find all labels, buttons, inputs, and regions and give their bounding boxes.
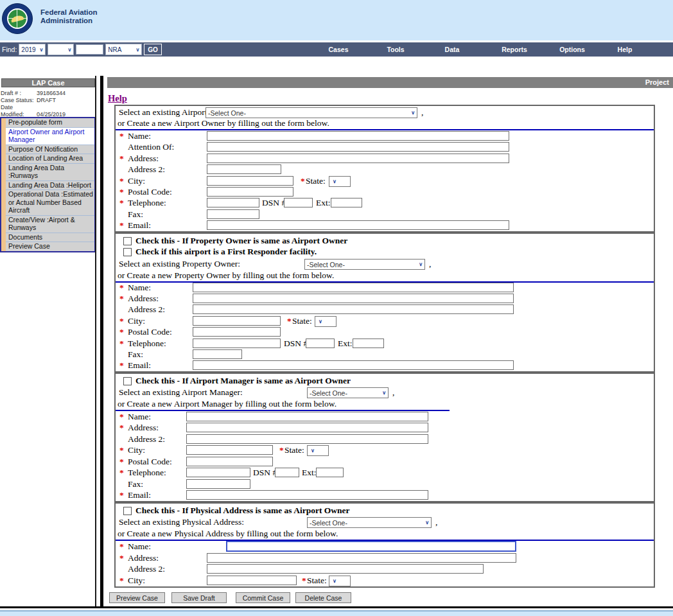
- property-fax-input[interactable]: [193, 349, 242, 359]
- physical-address-select[interactable]: -Select One-∨: [307, 517, 432, 528]
- manager-same-label: Check this - If Airport Manager is same …: [135, 376, 351, 386]
- owner-postal-input[interactable]: [207, 187, 293, 197]
- chevron-down-icon: ∨: [381, 390, 387, 396]
- manager-fax-input[interactable]: [186, 479, 250, 489]
- manager-name-input[interactable]: [186, 412, 428, 421]
- required-marker: *: [119, 131, 124, 141]
- owner-dsn-input[interactable]: [284, 198, 313, 207]
- property-address-input[interactable]: [193, 294, 514, 303]
- owner-state-select[interactable]: ∨: [329, 176, 351, 187]
- sidebar-item-documents[interactable]: Documents: [1, 233, 94, 243]
- required-marker: *: [119, 154, 124, 164]
- property-same-checkbox[interactable]: [123, 237, 132, 245]
- draft-number-value: 391866344: [37, 90, 66, 96]
- menu-data[interactable]: Data: [445, 46, 460, 53]
- sidebar-item-operational-data[interactable]: Operational Data :Estimated or Actual Nu…: [1, 190, 94, 216]
- go-button[interactable]: GO: [144, 44, 162, 55]
- help-link[interactable]: Help: [108, 93, 127, 104]
- save-draft-button[interactable]: Save Draft: [171, 592, 227, 603]
- property-postal-input[interactable]: [193, 327, 281, 337]
- name-label: Name:: [128, 412, 151, 422]
- property-telephone-input[interactable]: [193, 339, 281, 348]
- find-bar: Find: 2019∨ ∨ NRA∨ GO: [2, 44, 162, 55]
- sidebar-item-preview-case[interactable]: Preview Case: [1, 242, 94, 251]
- draft-number-label: Draft # :: [1, 90, 37, 97]
- physical-same-checkbox[interactable]: [123, 507, 132, 515]
- property-city-input[interactable]: [193, 316, 281, 326]
- comma-text: ,: [435, 517, 437, 527]
- manager-address2-input[interactable]: [186, 434, 428, 444]
- owner-attention-input[interactable]: [207, 142, 509, 152]
- airport-owner-select[interactable]: -Select One-∨: [205, 107, 417, 118]
- required-marker: *: [119, 176, 124, 186]
- top-navbar: Find: 2019∨ ∨ NRA∨ GO Cases Tools Data R…: [0, 42, 673, 57]
- owner-address2-input[interactable]: [207, 164, 281, 174]
- sidebar-item-landing-area-heliport[interactable]: Landing Area Data :Heliport: [1, 181, 94, 191]
- sidebar-item-landing-area-runways[interactable]: Landing Area Data :Runways: [1, 164, 94, 181]
- select-property-owner-label: Select an existing Property Owner:: [119, 259, 240, 269]
- find-type-select[interactable]: NRA∨: [105, 44, 142, 55]
- property-name-input[interactable]: [193, 283, 514, 292]
- find-search-input[interactable]: [76, 44, 103, 55]
- menu-cases[interactable]: Cases: [329, 46, 349, 53]
- item-strip: [1, 190, 6, 216]
- airport-manager-select[interactable]: -Select One-∨: [307, 387, 389, 398]
- email-label: Email:: [128, 490, 151, 500]
- menu-reports[interactable]: Reports: [502, 46, 527, 53]
- physical-same-checkbox-row: Check this - If Physical Address is same…: [123, 506, 350, 516]
- owner-ext-input[interactable]: [331, 198, 362, 207]
- menu-options[interactable]: Options: [559, 46, 585, 53]
- first-responder-checkbox[interactable]: [123, 248, 132, 256]
- project-header: Project: [107, 77, 673, 88]
- property-address2-input[interactable]: [193, 304, 514, 314]
- owner-fax-input[interactable]: [207, 209, 259, 219]
- physical-state-select[interactable]: ∨: [329, 576, 351, 586]
- physical-address2-input[interactable]: [207, 564, 484, 574]
- create-manager-text: or Create a new Airport Manager by filli…: [118, 399, 336, 409]
- owner-name-input[interactable]: [207, 131, 509, 141]
- property-owner-select[interactable]: -Select One-∨: [304, 259, 425, 270]
- sidebar-item-create-view-airport-runways[interactable]: Create/View :Airport & Runways: [1, 216, 94, 233]
- find-region-select[interactable]: ∨: [48, 44, 74, 55]
- find-year-select[interactable]: 2019∨: [19, 44, 46, 55]
- sidebar-item-airport-owner-manager[interactable]: Airport Owner and Airport Manager: [1, 128, 94, 145]
- physical-address-input[interactable]: [207, 553, 516, 563]
- header-banner: Federal Aviation Administration: [0, 0, 673, 40]
- manager-state-select[interactable]: ∨: [307, 445, 329, 456]
- menu-tools[interactable]: Tools: [387, 46, 404, 53]
- owner-telephone-input[interactable]: [207, 198, 259, 207]
- airport-owner-section: Select an existing Airport Owner: -Selec…: [114, 105, 655, 233]
- required-marker: *: [119, 327, 124, 337]
- physical-city-input[interactable]: [207, 576, 297, 585]
- owner-email-input[interactable]: [207, 220, 509, 230]
- manager-telephone-input[interactable]: [186, 468, 250, 477]
- owner-city-input[interactable]: [207, 176, 293, 186]
- city-label: City:: [128, 445, 145, 455]
- sidebar-item-purpose-of-notification[interactable]: Purpose Of Notification: [1, 145, 94, 155]
- name-label: Name:: [128, 541, 151, 552]
- manager-dsn-input[interactable]: [275, 468, 299, 477]
- sidebar-item-prepopulate-form[interactable]: Pre-populate form: [1, 118, 94, 128]
- required-marker: *: [302, 576, 306, 586]
- manager-city-input[interactable]: [186, 445, 273, 455]
- property-email-input[interactable]: [193, 360, 514, 370]
- physical-address-section: Check this - If Physical Address is same…: [114, 502, 655, 588]
- property-ext-input[interactable]: [353, 339, 384, 348]
- property-dsn-input[interactable]: [306, 339, 335, 348]
- owner-address-input[interactable]: [207, 154, 509, 163]
- manager-ext-input[interactable]: [316, 468, 344, 477]
- city-label: City:: [128, 316, 145, 326]
- manager-email-input[interactable]: [186, 490, 428, 500]
- manager-same-checkbox[interactable]: [123, 377, 132, 385]
- physical-name-input[interactable]: [226, 541, 516, 552]
- preview-case-button[interactable]: Preview Case: [109, 592, 165, 603]
- menu-help[interactable]: Help: [618, 46, 633, 53]
- manager-address-input[interactable]: [186, 423, 428, 432]
- manager-postal-input[interactable]: [186, 457, 273, 466]
- delete-case-button[interactable]: Delete Case: [295, 592, 351, 603]
- comma-text: ,: [421, 107, 423, 118]
- commit-case-button[interactable]: Commit Case: [236, 592, 290, 603]
- property-state-select[interactable]: ∨: [315, 316, 336, 327]
- sidebar-item-location-of-landing-area[interactable]: Location of Landing Area: [1, 154, 94, 164]
- address-label: Address:: [128, 423, 159, 433]
